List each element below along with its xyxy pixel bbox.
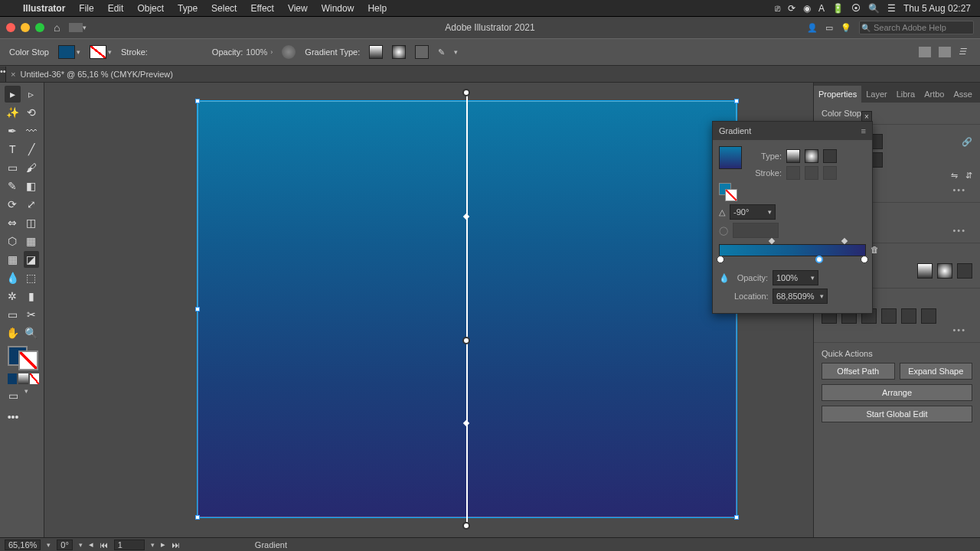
- stroke-grad-2[interactable]: [805, 166, 818, 180]
- workspace-chevron-icon[interactable]: ▾: [83, 24, 87, 31]
- gradient-annotator[interactable]: [466, 93, 468, 525]
- artboard-next-icon[interactable]: ▸: [161, 540, 165, 549]
- tab-artboards[interactable]: Artbo: [920, 86, 949, 103]
- screen-mode-button[interactable]: ▭: [5, 387, 21, 404]
- wifi-icon[interactable]: ⦿: [851, 3, 861, 14]
- stroke-color[interactable]: [18, 350, 38, 370]
- pen-tool[interactable]: ✒: [5, 122, 21, 139]
- type-tool[interactable]: T: [5, 141, 21, 158]
- radial-gradient-icon[interactable]: [937, 263, 952, 279]
- selection-handle[interactable]: [195, 99, 200, 103]
- gradient-stop-handle[interactable]: [462, 337, 470, 344]
- selection-tool[interactable]: ▸: [5, 86, 21, 103]
- app-menu[interactable]: Illustrator: [23, 3, 65, 14]
- align-options-icon[interactable]: [939, 47, 951, 57]
- share-icon[interactable]: 👤: [807, 23, 818, 33]
- screen-icon[interactable]: ⎚: [775, 3, 780, 14]
- hand-tool[interactable]: ✋: [5, 324, 21, 341]
- gradient-midpoint-slider[interactable]: [841, 238, 847, 244]
- direct-selection-tool[interactable]: ▹: [24, 86, 40, 103]
- shape-builder-tool[interactable]: ⬡: [5, 233, 21, 249]
- perspective-tool[interactable]: ▦: [24, 233, 40, 249]
- stop-eyedropper-icon[interactable]: 💧: [719, 273, 730, 283]
- opacity-chevron-icon[interactable]: ›: [270, 48, 273, 56]
- zoom-tool[interactable]: 🔍: [24, 324, 40, 341]
- stop-opacity-input[interactable]: 100%▾: [773, 270, 818, 285]
- artboard-number-field[interactable]: 1: [114, 540, 145, 550]
- selection-handle[interactable]: [195, 515, 200, 520]
- sync-icon[interactable]: ⟳: [788, 3, 795, 14]
- window-minimize-button[interactable]: [21, 23, 30, 32]
- gradient-midpoint[interactable]: [463, 214, 469, 220]
- freeform-gradient-icon[interactable]: [957, 263, 972, 279]
- link-wh-icon[interactable]: 🔗: [962, 137, 972, 147]
- gradient-panel-menu-icon[interactable]: ≡: [861, 126, 866, 135]
- magic-wand-tool[interactable]: ✨: [5, 104, 21, 121]
- line-tool[interactable]: ╱: [24, 141, 40, 158]
- slice-tool[interactable]: ✂: [24, 306, 40, 323]
- arrange-documents-icon[interactable]: ▭: [825, 23, 833, 33]
- close-tab-icon[interactable]: ×: [11, 70, 15, 79]
- menu-type[interactable]: Type: [178, 3, 198, 14]
- gradient-freeform-button[interactable]: [415, 45, 429, 59]
- color-mode-none[interactable]: [30, 373, 39, 384]
- window-close-button[interactable]: [6, 23, 15, 32]
- menu-window[interactable]: Window: [322, 3, 354, 14]
- recolor-icon[interactable]: [282, 45, 296, 59]
- gradient-endpoint[interactable]: [462, 89, 470, 96]
- expand-shape-button[interactable]: Expand Shape: [900, 363, 973, 380]
- keyboard-icon[interactable]: A: [818, 3, 825, 14]
- selection-handle[interactable]: [734, 99, 739, 103]
- selection-handle[interactable]: [734, 515, 739, 520]
- control-center-icon[interactable]: ☰: [887, 3, 896, 14]
- align-bottom-icon[interactable]: [921, 308, 936, 324]
- stop-location-input[interactable]: 68,8509%▾: [773, 289, 828, 304]
- panel-menu-icon[interactable]: ☰: [959, 47, 971, 57]
- gradient-panel-close-icon[interactable]: ×: [861, 111, 872, 122]
- gradient-tool[interactable]: ◪: [24, 251, 40, 268]
- gpu-icon[interactable]: 💡: [841, 23, 851, 33]
- stroke-grad-3[interactable]: [823, 166, 837, 180]
- color-mode-gradient[interactable]: [18, 373, 28, 384]
- free-transform-tool[interactable]: ◫: [24, 214, 40, 231]
- radial-type-button[interactable]: [805, 149, 818, 163]
- angle-input[interactable]: -90°▾: [730, 204, 776, 220]
- rectangle-tool[interactable]: ▭: [5, 159, 21, 176]
- menu-effect[interactable]: Effect: [250, 3, 273, 14]
- artboard-tool[interactable]: ▭: [5, 306, 21, 323]
- gradient-midpoint-slider[interactable]: [768, 238, 774, 244]
- mesh-tool[interactable]: ▦: [5, 251, 21, 268]
- spotlight-icon[interactable]: 🔍: [868, 3, 880, 14]
- width-tool[interactable]: ⇔: [5, 214, 21, 231]
- home-button[interactable]: ⌂: [54, 21, 60, 34]
- panel-drag-handle[interactable]: ••: [0, 67, 6, 82]
- eraser-tool[interactable]: ◧: [24, 178, 40, 194]
- battery-icon[interactable]: 🔋: [832, 3, 844, 14]
- blend-tool[interactable]: ⬚: [24, 269, 40, 286]
- curvature-tool[interactable]: 〰: [24, 122, 40, 139]
- artboard-last-icon[interactable]: ⏭: [172, 540, 180, 549]
- document-tab[interactable]: × Untitled-36* @ 65,16 % (CMYK/Preview): [5, 70, 179, 79]
- window-zoom-button[interactable]: [35, 23, 44, 32]
- paintbrush-tool[interactable]: 🖌: [24, 159, 40, 176]
- gradient-linear-button[interactable]: [369, 45, 383, 59]
- color-mode-solid[interactable]: [8, 373, 17, 384]
- menu-edit[interactable]: Edit: [108, 3, 124, 14]
- align-top-icon[interactable]: [881, 308, 897, 324]
- rotate-tool[interactable]: ⟳: [5, 196, 21, 213]
- start-global-edit-button[interactable]: Start Global Edit: [822, 406, 972, 422]
- opacity-value[interactable]: 100%: [246, 47, 267, 57]
- tab-layers[interactable]: Layer: [861, 86, 892, 103]
- fill-stroke-box[interactable]: [8, 346, 38, 370]
- gradient-slider[interactable]: 🗑: [719, 244, 866, 256]
- artboard-prev-icon[interactable]: ◂: [89, 540, 93, 549]
- linear-type-button[interactable]: [786, 149, 800, 163]
- menu-view[interactable]: View: [288, 3, 308, 14]
- align-vcenter-icon[interactable]: [901, 308, 916, 324]
- gradient-stop[interactable]: [717, 256, 724, 263]
- tab-assets[interactable]: Asse: [949, 86, 976, 103]
- gradient-panel-header[interactable]: × Gradient ≡: [713, 122, 872, 140]
- flip-v-icon[interactable]: ⇵: [965, 171, 972, 181]
- fill-chevron-icon[interactable]: ▾: [77, 48, 80, 56]
- gradient-preview[interactable]: [719, 146, 742, 169]
